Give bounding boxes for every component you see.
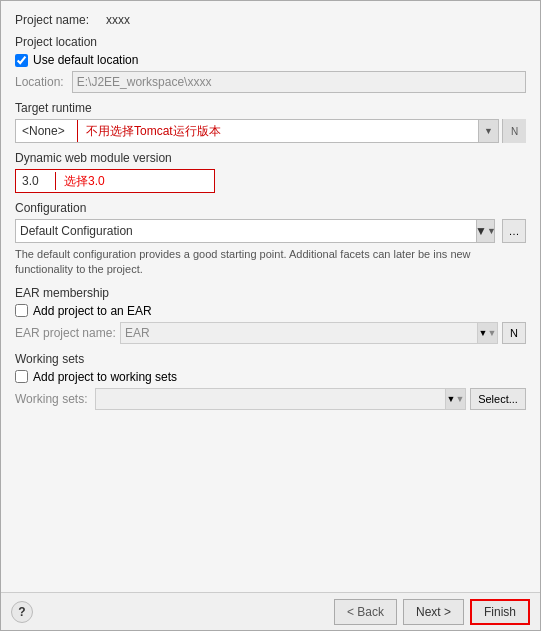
add-ear-row: Add project to an EAR [15,304,526,318]
target-runtime-select[interactable]: <None> 不用选择Tomcat运行版本 ▼ [15,119,499,143]
location-input[interactable] [72,71,526,93]
ear-membership-label: EAR membership [15,286,526,300]
working-sets-label: Working sets [15,352,526,366]
version-annotation: 选择3.0 [56,171,113,192]
location-label: Location: [15,75,64,89]
ear-project-row: EAR project name: ▼ N [15,322,526,344]
ear-dropdown-arrow[interactable]: ▼ [478,322,498,344]
configuration-extra-button[interactable]: … [502,219,526,243]
project-location-label: Project location [15,35,526,49]
dialog-content: Project name: xxxx Project location Use … [1,1,540,592]
runtime-extra-button[interactable]: N [502,119,526,143]
dialog-footer: ? < Back Next > Finish [1,592,540,630]
add-working-sets-row: Add project to working sets [15,370,526,384]
configuration-value: Default Configuration [20,224,133,238]
use-default-location-checkbox[interactable] [15,54,28,67]
configuration-section: Configuration Default Configuration ▼ … … [15,201,526,278]
ear-project-input[interactable] [120,322,478,344]
target-runtime-label: Target runtime [15,101,526,115]
ear-membership-section: EAR membership Add project to an EAR EAR… [15,286,526,344]
configuration-dropdown[interactable]: Default Configuration ▼ [15,219,495,243]
add-working-sets-label: Add project to working sets [33,370,177,384]
footer-right: < Back Next > Finish [334,599,530,625]
help-button[interactable]: ? [11,601,33,623]
working-sets-select-button[interactable]: Select... [470,388,526,410]
back-button[interactable]: < Back [334,599,397,625]
use-default-location-label: Use default location [33,53,138,67]
new-project-dialog: Project name: xxxx Project location Use … [0,0,541,631]
working-sets-row: Working sets: ▼ Select... [15,388,526,410]
finish-button[interactable]: Finish [470,599,530,625]
ear-project-label: EAR project name: [15,326,120,340]
project-name-row: Project name: xxxx [15,13,526,27]
config-dropdown-arrow[interactable]: ▼ [476,220,494,242]
footer-left: ? [11,601,334,623]
ear-dropdown-wrap: ▼ [120,322,498,344]
ear-extra-button[interactable]: N [502,322,526,344]
next-button[interactable]: Next > [403,599,464,625]
configuration-label: Configuration [15,201,526,215]
project-name-label: Project name: [15,13,100,27]
working-sets-input[interactable] [95,388,446,410]
location-row: Location: [15,71,526,93]
working-sets-section: Working sets Add project to working sets… [15,352,526,410]
add-working-sets-checkbox[interactable] [15,370,28,383]
project-location-section: Project location Use default location Lo… [15,35,526,93]
configuration-description: The default configuration provides a goo… [15,247,526,278]
runtime-none-cell: <None> [16,120,78,142]
dynamic-web-module-section: Dynamic web module version 3.0 选择3.0 [15,151,526,193]
version-select[interactable]: 3.0 选择3.0 [15,169,215,193]
dynamic-web-module-label: Dynamic web module version [15,151,526,165]
working-sets-dropdown-arrow[interactable]: ▼ [446,388,466,410]
runtime-annotation: 不用选择Tomcat运行版本 [78,120,478,142]
add-ear-checkbox[interactable] [15,304,28,317]
project-name-value: xxxx [106,13,130,27]
target-runtime-section: Target runtime <None> 不用选择Tomcat运行版本 ▼ N [15,101,526,143]
runtime-dropdown-arrow[interactable]: ▼ [478,120,498,142]
use-default-location-row: Use default location [15,53,526,67]
version-value: 3.0 [16,172,56,190]
add-ear-label: Add project to an EAR [33,304,152,318]
working-sets-label2: Working sets: [15,392,95,406]
